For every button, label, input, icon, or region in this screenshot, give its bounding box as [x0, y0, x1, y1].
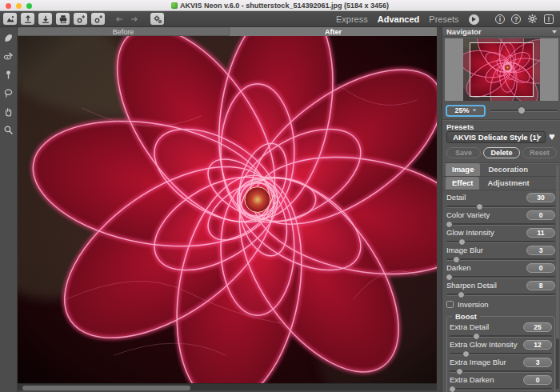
view-tabs: Before After [18, 27, 437, 36]
horizontal-scrollbar-thumb[interactable] [22, 386, 190, 390]
zoom-dropdown-icon[interactable] [472, 109, 476, 111]
reset-button[interactable]: Reset [522, 147, 557, 158]
play-icon [472, 17, 476, 22]
navigator-thumbnail[interactable] [445, 38, 558, 101]
batch-button[interactable] [150, 13, 164, 25]
slider-track-extra-image-blur[interactable] [450, 370, 552, 373]
zoom-slider-thumb[interactable] [518, 106, 526, 114]
undo-button[interactable] [114, 13, 125, 25]
slider-row-image-blur: Image Blur3 [446, 245, 555, 262]
slider-value-glow-intensity[interactable]: 11 [526, 228, 555, 238]
navigator-collapse-icon[interactable] [552, 30, 557, 34]
close-button[interactable] [6, 3, 11, 9]
info-button[interactable]: i [495, 14, 505, 24]
image-canvas[interactable] [18, 36, 437, 383]
slider-track-glow-intensity[interactable] [446, 241, 555, 243]
slider-row-extra-image-blur: Extra Image Blur3 [450, 357, 552, 374]
slider-value-detail[interactable]: 30 [526, 193, 555, 202]
info-icon: i [499, 15, 501, 23]
slider-value-extra-detail[interactable]: 25 [523, 322, 552, 332]
slider-value-extra-darken[interactable]: 0 [523, 375, 552, 385]
slider-row-extra-darken: Extra Darken0 [450, 374, 552, 392]
lasso-icon [3, 88, 14, 98]
inversion-label: Inversion [458, 300, 489, 309]
tab-image[interactable]: Image [446, 163, 480, 176]
slider-track-extra-glow-intensity[interactable] [450, 353, 552, 355]
slider-thumb-extra-darken[interactable] [449, 386, 456, 392]
tab-adjustment[interactable]: Adjustment [481, 177, 535, 190]
presets-heading: Presets [446, 122, 474, 131]
smudge-tool[interactable] [2, 68, 15, 81]
slider-row-sharpen-detail: Sharpen Detail8 [446, 280, 555, 298]
slider-track-color-variety[interactable] [446, 223, 555, 226]
boost-label: Boost [452, 312, 480, 321]
slider-value-sharpen-detail[interactable]: 8 [526, 281, 555, 290]
heart-icon[interactable]: ♥ [549, 130, 555, 142]
delete-button[interactable]: Delete [483, 147, 520, 158]
slider-track-image-blur[interactable] [446, 258, 555, 261]
slider-track-extra-detail[interactable] [450, 335, 552, 338]
mode-express[interactable]: Express [336, 14, 368, 24]
zoom-window-button[interactable] [26, 3, 32, 9]
slider-label-glow-intensity: Glow Intensity [446, 228, 494, 237]
mode-advanced[interactable]: Advanced [378, 14, 420, 24]
slider-value-extra-glow-intensity[interactable]: 12 [523, 340, 552, 350]
slider-track-darken[interactable] [446, 276, 555, 278]
hand-tool[interactable] [2, 105, 15, 118]
import-button[interactable] [21, 13, 34, 25]
slider-thumb-sharpen-detail[interactable] [458, 291, 465, 298]
print-button[interactable] [56, 13, 70, 25]
window-title-wrap: AKVIS Neon v.6.0 - shutterstock_51439206… [0, 2, 560, 10]
tab-decoration[interactable]: Decoration [482, 163, 534, 176]
share-button[interactable] [74, 13, 87, 25]
smudge-icon [3, 70, 14, 80]
navigator-header[interactable]: Navigator [442, 27, 560, 37]
slider-track-extra-darken[interactable] [450, 388, 552, 390]
zoom-value-box[interactable]: 25% [446, 105, 486, 117]
export-button[interactable] [38, 13, 52, 25]
run-button[interactable] [469, 14, 479, 25]
tool-strip [0, 27, 18, 392]
effect-adjustment-tabs: Effect Adjustment [442, 178, 560, 190]
slider-track-detail[interactable] [446, 206, 555, 208]
share-icon [76, 14, 86, 24]
redo-button[interactable] [129, 13, 140, 25]
slider-value-color-variety[interactable]: 0 [526, 210, 555, 220]
save-button[interactable]: Save [446, 147, 481, 158]
preset-select[interactable]: AKVIS Delicate Style (1) [446, 131, 546, 143]
boost-group: Boost Extra Detail25Extra Glow Intensity… [446, 316, 555, 392]
slider-label-detail: Detail [446, 193, 466, 202]
hand-icon [3, 106, 14, 117]
tab-before[interactable]: Before [18, 27, 230, 36]
slider-value-image-blur[interactable]: 3 [526, 246, 555, 255]
panel-scrollbar[interactable] [556, 165, 559, 391]
undo-icon [114, 14, 124, 24]
mode-presets[interactable]: Presets [429, 14, 458, 24]
zoom-slider[interactable] [490, 110, 558, 112]
help-button[interactable]: ? [511, 14, 521, 24]
settings-panel: Navigator 25% Presets AKVIS Delicate Sty… [442, 27, 560, 392]
panel-scrollbar-thumb[interactable] [556, 338, 559, 390]
share-alt-button[interactable] [91, 13, 105, 25]
horizontal-scrollbar[interactable] [18, 383, 437, 390]
zoom-tool[interactable] [2, 123, 15, 136]
zoom-icon [3, 125, 14, 135]
slider-label-sharpen-detail: Sharpen Detail [446, 281, 497, 290]
minimize-button[interactable] [16, 3, 22, 9]
navigator-view-frame[interactable] [470, 42, 534, 97]
history-brush-tool[interactable] [2, 50, 15, 62]
slider-track-sharpen-detail[interactable] [446, 294, 555, 296]
slider-row-darken: Darken0 [446, 262, 555, 280]
preview-brush-tool[interactable] [2, 31, 15, 44]
tab-after[interactable]: After [230, 27, 437, 36]
slider-value-darken[interactable]: 0 [526, 263, 555, 273]
inversion-checkbox[interactable] [446, 301, 454, 308]
slider-value-extra-image-blur[interactable]: 3 [523, 358, 552, 367]
feedback-button[interactable]: ! [544, 14, 554, 24]
slider-label-extra-detail: Extra Detail [450, 322, 489, 331]
slider-row-extra-detail: Extra Detail25 [450, 322, 552, 339]
open-image-button[interactable] [3, 13, 17, 25]
tab-effect[interactable]: Effect [446, 177, 479, 190]
lasso-tool[interactable] [2, 86, 15, 99]
preferences-icon[interactable] [527, 14, 538, 24]
